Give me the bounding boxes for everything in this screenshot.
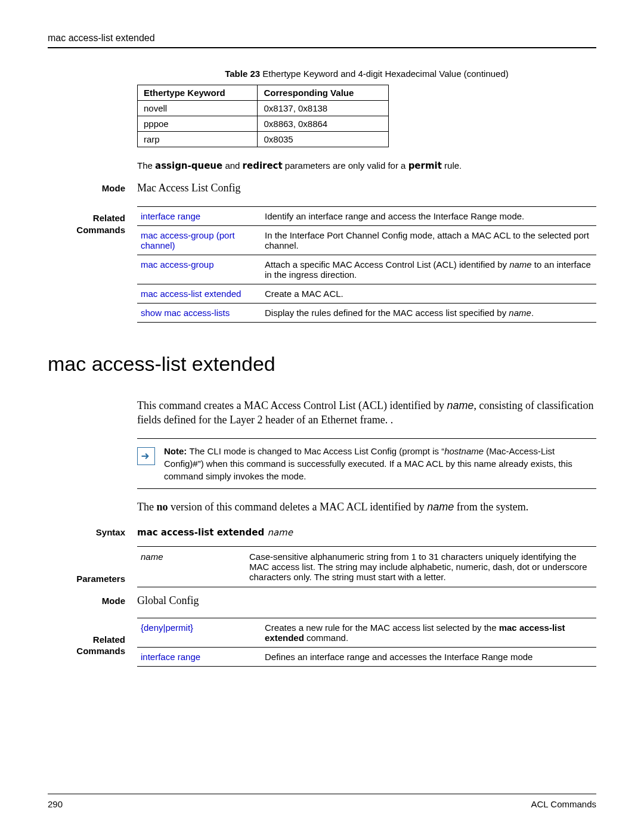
cell-keyword: pppoe	[138, 116, 258, 132]
label-syntax: Syntax	[48, 527, 137, 537]
table-row: mac access-group Attach a specific MAC A…	[137, 255, 596, 284]
section-name: ACL Commands	[531, 799, 596, 809]
page-footer: 290 ACL Commands	[48, 794, 596, 809]
mode-value: Mac Access List Config	[137, 182, 596, 194]
text: The CLI mode is changed to Mac Access Li…	[190, 446, 445, 456]
cell-keyword: novell	[138, 101, 258, 116]
text: Attach a specific MAC Access Control Lis…	[265, 259, 509, 270]
table-row: mac access-list extended Create a MAC AC…	[137, 284, 596, 304]
text: from the system.	[454, 501, 528, 513]
content-area: Table 23 Ethertype Keyword and 4-digit H…	[48, 48, 596, 667]
table-row: interface range Identify an interface ra…	[137, 207, 596, 226]
table-row: novell 0x8137, 0x8138	[138, 101, 389, 116]
section-heading: mac access-list extended	[48, 352, 596, 376]
text: .	[531, 308, 534, 318]
table-row: rarp 0x8035	[138, 132, 389, 147]
cell-keyword: rarp	[138, 132, 258, 147]
parameters-table: name Case-sensitive alphanumeric string …	[137, 546, 596, 587]
label-related: Related Commands	[48, 212, 137, 236]
paragraph-restriction: The assign-queue and redirect parameters…	[137, 160, 596, 171]
text: This command creates a MAC Access Contro…	[137, 400, 447, 411]
command-description: This command creates a MAC Access Contro…	[137, 398, 596, 428]
desc: Defines an interface range and accesses …	[261, 647, 596, 666]
param-name: name	[427, 501, 454, 513]
table-caption: Table 23 Ethertype Keyword and 4-digit H…	[137, 69, 596, 79]
param-hostname: hostname	[444, 446, 484, 456]
table-caption-text: Ethertype Keyword and 4-digit Hexadecima…	[260, 69, 509, 79]
no-form-description: The no version of this command deletes a…	[137, 500, 596, 514]
page-number: 290	[48, 799, 63, 809]
col-header-keyword: Ethertype Keyword	[138, 85, 258, 101]
text: Display the rules defined for the MAC ac…	[265, 308, 509, 318]
param-name: name	[141, 552, 163, 562]
desc: Display the rules defined for the MAC ac…	[261, 304, 596, 323]
cmd-redirect: redirect	[243, 160, 283, 171]
text: The	[137, 501, 156, 513]
param-name: name	[509, 308, 531, 318]
link-interface-range[interactable]: interface range	[141, 652, 200, 662]
running-header: mac access-list extended	[48, 33, 596, 48]
link-mac-access-group-pc[interactable]: mac access-group (port channel)	[141, 230, 235, 250]
text: rule.	[442, 160, 462, 171]
desc: Attach a specific MAC Access Control Lis…	[261, 255, 596, 284]
table-row: mac access-group (port channel) In the I…	[137, 226, 596, 255]
param-name: name	[509, 259, 532, 270]
cell-value: 0x8863, 0x8864	[258, 116, 389, 132]
text: command.	[304, 633, 348, 643]
table-row: interface range Defines an interface ran…	[137, 647, 596, 666]
table-row: {deny|permit} Creates a new rule for the…	[137, 618, 596, 647]
link-show-mac-acl[interactable]: show mac access-lists	[141, 308, 230, 318]
desc: Create a MAC ACL.	[261, 284, 596, 304]
note-label: Note:	[164, 446, 190, 456]
table-row: name Case-sensitive alphanumeric string …	[137, 546, 596, 587]
note-text: Note: The CLI mode is changed to Mac Acc…	[164, 445, 596, 482]
page: mac access-list extended Table 23 Ethert…	[0, 0, 644, 833]
cell-value: 0x8137, 0x8138	[258, 101, 389, 116]
cmd-assign-queue: assign-queue	[155, 160, 222, 171]
desc: In the Interface Port Channel Config mod…	[261, 226, 596, 255]
syntax-cmd: mac access-list extended	[137, 527, 267, 538]
text: The	[137, 160, 155, 171]
syntax-param: name	[267, 527, 293, 538]
label-mode: Mode	[48, 183, 137, 193]
text: parameters are only valid for a	[283, 160, 408, 171]
label-mode: Mode	[48, 596, 137, 606]
param-desc: Case-sensitive alphanumeric string from …	[246, 546, 596, 587]
link-mac-access-group[interactable]: mac access-group	[141, 259, 214, 270]
link-mac-acl-ext[interactable]: mac access-list extended	[141, 289, 241, 299]
related-commands-table-2: {deny|permit} Creates a new rule for the…	[137, 618, 596, 667]
cell-value: 0x8035	[258, 132, 389, 147]
table-row: pppoe 0x8863, 0x8864	[138, 116, 389, 132]
related-commands-table: interface range Identify an interface ra…	[137, 206, 596, 323]
table-label: Table 23	[225, 69, 260, 79]
arrow-icon	[137, 447, 155, 465]
note-block: Note: The CLI mode is changed to Mac Acc…	[137, 438, 596, 489]
link-deny-permit[interactable]: {deny|permit}	[141, 623, 193, 633]
table-row: show mac access-lists Display the rules …	[137, 304, 596, 323]
keyword-no: no	[156, 501, 168, 513]
param-name: name	[447, 400, 473, 411]
mode-value: Global Config	[137, 594, 596, 607]
text: and	[222, 160, 242, 171]
syntax-line: mac access-list extended name	[137, 527, 293, 538]
link-interface-range[interactable]: interface range	[141, 211, 200, 221]
desc: Identify an interface range and access t…	[261, 207, 596, 226]
col-header-value: Corresponding Value	[258, 85, 389, 101]
text: Creates a new rule for the MAC access li…	[265, 623, 499, 633]
desc: Creates a new rule for the MAC access li…	[261, 618, 596, 647]
cmd-permit: permit	[408, 160, 442, 171]
ethertype-table: Ethertype Keyword Corresponding Value no…	[137, 85, 389, 147]
text: version of this command deletes a MAC AC…	[168, 501, 428, 513]
label-parameters: Parameters	[48, 574, 137, 584]
label-related: Related Commands	[48, 634, 137, 657]
